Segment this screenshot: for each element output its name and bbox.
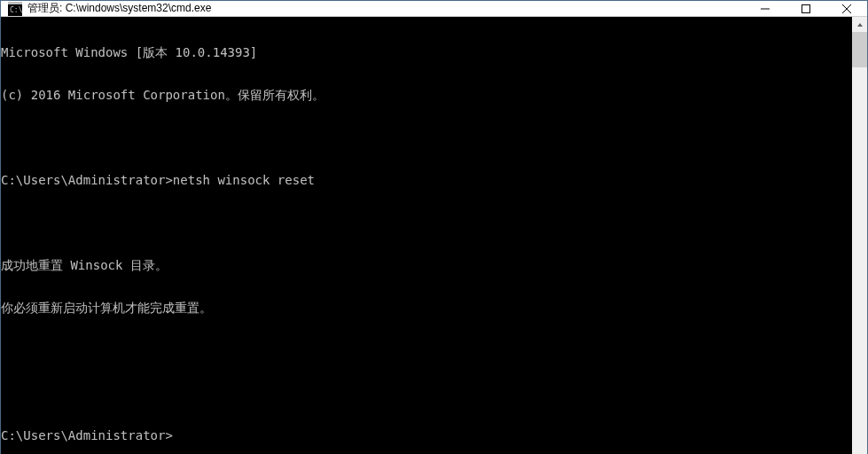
scroll-up-button[interactable] <box>852 17 867 32</box>
cmd-window: C:\ 管理员: C:\windows\system32\cmd.exe Mic… <box>0 0 868 454</box>
svg-text:C:\: C:\ <box>10 6 22 14</box>
terminal-line: 成功地重置 Winsock 目录。 <box>1 258 852 272</box>
svg-rect-1 <box>8 2 22 4</box>
window-title: 管理员: C:\windows\system32\cmd.exe <box>27 1 211 16</box>
terminal-line <box>1 215 852 230</box>
svg-rect-4 <box>802 4 810 12</box>
terminal-line: Microsoft Windows [版本 10.0.14393] <box>1 45 852 59</box>
client-area: Microsoft Windows [版本 10.0.14393] (c) 20… <box>1 17 867 454</box>
terminal-line: C:\Users\Administrator> <box>1 428 852 442</box>
maximize-button[interactable] <box>786 1 826 16</box>
terminal-line <box>1 343 852 357</box>
terminal-line: (c) 2016 Microsoft Corporation。保留所有权利。 <box>1 88 852 102</box>
window-controls <box>745 1 867 16</box>
terminal-output[interactable]: Microsoft Windows [版本 10.0.14393] (c) 20… <box>1 17 852 454</box>
title-bar[interactable]: C:\ 管理员: C:\windows\system32\cmd.exe <box>1 1 867 17</box>
minimize-button[interactable] <box>745 1 786 16</box>
svg-marker-7 <box>857 23 863 27</box>
scrollbar-thumb[interactable] <box>852 32 867 67</box>
terminal-line: 你必须重新启动计算机才能完成重置。 <box>1 301 852 315</box>
terminal-line <box>1 130 852 145</box>
close-button[interactable] <box>826 1 867 16</box>
terminal-line: C:\Users\Administrator>netsh winsock res… <box>1 173 852 187</box>
terminal-line <box>1 386 852 400</box>
vertical-scrollbar[interactable] <box>852 17 867 454</box>
scrollbar-track[interactable] <box>852 32 867 454</box>
cmd-icon: C:\ <box>8 2 22 16</box>
